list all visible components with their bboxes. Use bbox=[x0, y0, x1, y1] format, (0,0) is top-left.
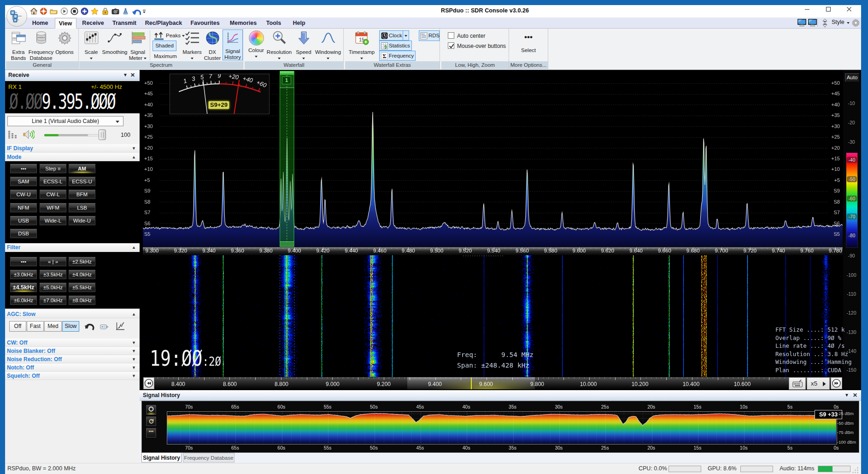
tab-home[interactable]: Home bbox=[26, 18, 54, 29]
select-button[interactable]: ••• Select bbox=[512, 29, 545, 54]
monitor2-icon[interactable] bbox=[807, 18, 818, 28]
filter-button-8-0khz[interactable]: ±8.0kHz bbox=[68, 295, 96, 305]
signal-history-button[interactable]: SignalHistory bbox=[223, 29, 243, 60]
shaded-button[interactable]: Shaded bbox=[152, 41, 176, 51]
auto-center-checkbox[interactable] bbox=[448, 32, 454, 39]
mode-button-wfm[interactable]: WFM bbox=[39, 203, 67, 213]
sh-close-icon[interactable]: ✕ bbox=[853, 390, 857, 400]
band-rewind-button[interactable] bbox=[143, 377, 154, 389]
favourite-star-icon[interactable] bbox=[91, 7, 99, 15]
statistics-button[interactable]: 9 Statistics bbox=[379, 41, 412, 51]
audio-device-select[interactable]: Line 1 (Virtual Audio Cable) bbox=[7, 116, 123, 126]
filter-section[interactable]: Filter▲ bbox=[5, 243, 140, 252]
mode-button-am[interactable]: AM bbox=[68, 164, 96, 174]
filter-button-4-5khz[interactable]: ±4.5kHz bbox=[10, 282, 37, 293]
band-forward-button[interactable] bbox=[831, 377, 842, 389]
section-noise-reduction-off[interactable]: Noise Reduction: Off▼ bbox=[5, 355, 140, 363]
lock-icon[interactable] bbox=[101, 7, 109, 15]
clock-dropdown[interactable] bbox=[403, 30, 409, 41]
section-cw-off[interactable]: CW: Off▼ bbox=[5, 339, 140, 347]
monitor-icon[interactable] bbox=[797, 18, 807, 28]
audio-levels-icon[interactable] bbox=[8, 129, 17, 140]
section-notch-off[interactable]: Notch: Off▼ bbox=[5, 363, 140, 372]
beacon-icon[interactable] bbox=[122, 7, 129, 15]
style-menu[interactable]: Style bbox=[832, 19, 845, 25]
sh-record-button[interactable] bbox=[146, 404, 157, 415]
agc-button-med[interactable]: Med bbox=[44, 321, 62, 332]
agc-button-fast[interactable]: Fast bbox=[27, 321, 44, 332]
filter-button-[interactable]: « | » bbox=[39, 257, 67, 267]
filter-button-[interactable]: ••• bbox=[10, 257, 37, 267]
tab-favourites[interactable]: Favourites bbox=[187, 18, 223, 29]
mode-button-dsb[interactable]: DSB bbox=[10, 228, 37, 239]
add-icon[interactable] bbox=[81, 7, 88, 15]
mode-button-usb[interactable]: USB bbox=[10, 216, 37, 226]
panel-close-icon[interactable]: ✕ bbox=[130, 70, 135, 80]
rds-button[interactable]: RDS bbox=[419, 30, 440, 41]
mode-button-cw-u[interactable]: CW-U bbox=[10, 189, 37, 199]
undo-icon[interactable] bbox=[132, 7, 141, 15]
frequency-readout[interactable]: Ø.ØØ9.395.ØØØ bbox=[9, 90, 115, 113]
mode-button-sam[interactable]: SAM bbox=[10, 176, 37, 187]
clock-button[interactable]: Clock bbox=[379, 30, 403, 41]
filter-button-5-5khz[interactable]: ±5.5kHz bbox=[68, 282, 96, 293]
section-squelch-off[interactable]: Squelch: Off▼ bbox=[5, 372, 140, 380]
filter-button-5-0khz[interactable]: ±5.0kHz bbox=[39, 282, 67, 293]
qat-more-icon[interactable] bbox=[142, 7, 147, 15]
mode-button-step[interactable]: Step ≡ bbox=[39, 164, 67, 174]
camera-icon[interactable] bbox=[111, 7, 119, 15]
tuned-marker-flag[interactable]: 1 bbox=[282, 76, 291, 84]
filter-button-3-5khz[interactable]: ±3.5kHz bbox=[39, 269, 67, 280]
home-icon[interactable] bbox=[30, 7, 38, 15]
tab-help[interactable]: Help bbox=[288, 18, 310, 29]
speaker-icon[interactable] bbox=[23, 129, 35, 140]
peaks-icon[interactable] bbox=[153, 31, 164, 41]
sh-refresh-button[interactable] bbox=[146, 416, 157, 427]
mode-button-[interactable]: ••• bbox=[10, 164, 37, 174]
agc-undo-icon[interactable] bbox=[84, 322, 94, 331]
stop-icon[interactable] bbox=[70, 7, 78, 15]
mode-button-lsb[interactable]: LSB bbox=[68, 203, 96, 213]
open-folder-icon[interactable] bbox=[50, 7, 58, 15]
agc-section[interactable]: AGC: Slow▲ bbox=[5, 310, 140, 318]
band-zoom-button[interactable]: x5 bbox=[807, 377, 830, 390]
style-dropdown-arrow[interactable] bbox=[847, 22, 850, 24]
panel-collapse-icon[interactable]: ▼ bbox=[123, 70, 128, 80]
windowing-button[interactable]: Windowing bbox=[310, 29, 346, 62]
tab-memories[interactable]: Memories bbox=[226, 18, 261, 29]
tab-tools[interactable]: Tools bbox=[262, 18, 286, 29]
volume-slider-handle[interactable] bbox=[99, 129, 106, 140]
sh-collapse-icon[interactable]: ▼ bbox=[845, 390, 849, 400]
mode-section[interactable]: Mode▲ bbox=[5, 153, 140, 161]
filter-button-4-0khz[interactable]: ±4.0kHz bbox=[68, 269, 96, 280]
mode-button-bfm[interactable]: BFM bbox=[68, 189, 96, 199]
maximum-button[interactable]: Maximum bbox=[154, 52, 177, 61]
filter-button-2-5khz[interactable]: ±2.5kHz bbox=[68, 257, 96, 267]
sh-tab-frequency-database[interactable]: Frequency Database bbox=[183, 453, 235, 462]
tab-view[interactable]: View bbox=[55, 18, 76, 29]
mode-button-wide-u[interactable]: Wide-U bbox=[68, 216, 96, 226]
mode-button-cw-l[interactable]: CW-L bbox=[39, 189, 67, 199]
auto-scale-button[interactable]: Auto bbox=[845, 73, 859, 82]
mode-button-nfm[interactable]: NFM bbox=[10, 203, 37, 213]
mouse-over-checkbox[interactable] bbox=[448, 42, 454, 49]
timestamp-button[interactable]: 15 Timestamp bbox=[345, 29, 378, 62]
app-menu-button[interactable] bbox=[6, 6, 27, 27]
agc-chart-icon[interactable] bbox=[116, 322, 125, 331]
resize-grip[interactable] bbox=[852, 467, 859, 474]
filter-button-3-0khz[interactable]: ±3.0kHz bbox=[10, 269, 37, 280]
tab-transmit[interactable]: Transmit bbox=[108, 18, 141, 29]
options-button[interactable]: Options bbox=[52, 29, 77, 55]
mode-button-wide-l[interactable]: Wide-L bbox=[39, 216, 67, 226]
close-button[interactable] bbox=[842, 6, 856, 16]
minimize-button[interactable] bbox=[800, 6, 815, 16]
agc-button-off[interactable]: Off bbox=[9, 321, 26, 332]
signal-history-chart[interactable] bbox=[142, 401, 859, 452]
tab-receive[interactable]: Receive bbox=[77, 18, 109, 29]
agc-preset-icon[interactable] bbox=[100, 323, 109, 330]
if-display-section[interactable]: IF Display▼ bbox=[5, 144, 140, 152]
spin-updown-icon[interactable] bbox=[821, 18, 829, 28]
sh-more-button[interactable]: ••• bbox=[146, 427, 157, 438]
settings-gear-icon[interactable] bbox=[851, 18, 860, 27]
filter-button-7-0khz[interactable]: ±7.0kHz bbox=[39, 295, 67, 305]
